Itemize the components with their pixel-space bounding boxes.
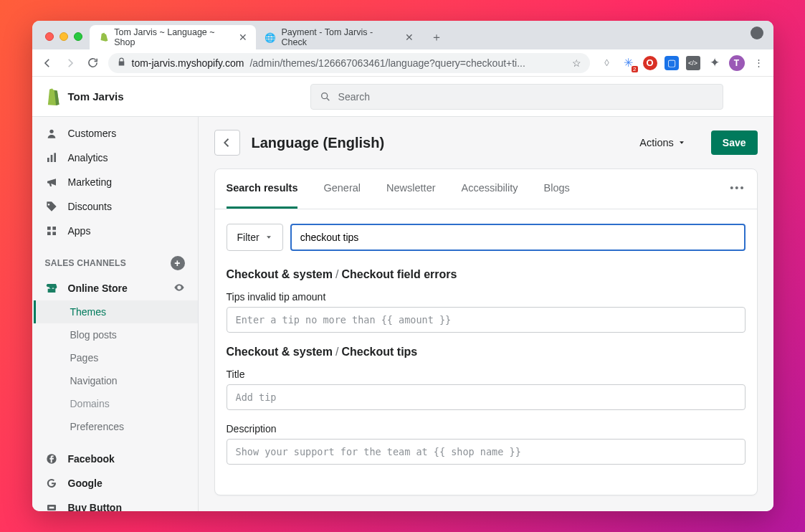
field-input[interactable] — [227, 384, 746, 410]
sidebar-item-google[interactable]: Google — [32, 471, 198, 495]
sidebar-sub-preferences[interactable]: Preferences — [36, 415, 198, 438]
profile-avatar[interactable]: T — [729, 55, 745, 71]
shopify-body: Customers Analytics Marketing Discounts … — [32, 117, 773, 511]
tab-overflow[interactable]: ••• — [730, 169, 745, 209]
star-icon[interactable]: ☆ — [572, 57, 581, 69]
sidebar-item-apps[interactable]: Apps — [32, 219, 198, 243]
sidebar-label: Analytics — [68, 152, 108, 163]
sidebar-label: Discounts — [68, 201, 112, 212]
filter-button[interactable]: Filter — [227, 224, 283, 251]
sidebar-label: Facebook — [68, 453, 115, 465]
close-tab-icon[interactable]: ✕ — [239, 32, 247, 43]
svg-point-1 — [49, 130, 53, 133]
svg-rect-2 — [47, 158, 49, 162]
back-button[interactable] — [214, 130, 240, 156]
sidebar-label: Marketing — [68, 176, 112, 188]
field-title: Title — [227, 369, 746, 410]
browser-tab-active[interactable]: Tom Jarvis ~ Language ~ Shop ✕ — [90, 25, 256, 49]
tab-accessibility[interactable]: Accessibility — [462, 169, 518, 209]
field-input[interactable] — [227, 439, 746, 465]
svg-rect-5 — [47, 227, 51, 230]
main-content: Language (English) Actions Save Search r… — [199, 117, 773, 511]
reload-button[interactable] — [85, 55, 101, 71]
kebab-menu-icon[interactable]: ⋮ — [752, 56, 766, 70]
close-tab-icon[interactable]: ✕ — [405, 32, 414, 43]
extension-icon[interactable]: ◊ — [600, 56, 614, 70]
tab-blogs[interactable]: Blogs — [544, 169, 570, 209]
shopify-admin: Tom Jarvis Search Customers Analytics Ma… — [32, 77, 773, 511]
add-channel-button[interactable]: + — [171, 256, 185, 270]
sidebar-label: Apps — [68, 225, 91, 237]
extension-icon[interactable]: ✳2 — [621, 56, 636, 70]
grid-icon — [45, 225, 58, 237]
actions-dropdown[interactable]: Actions — [635, 131, 690, 154]
shopify-favicon-icon — [98, 32, 109, 43]
sidebar-sub-navigation[interactable]: Navigation — [36, 369, 198, 392]
browser-tab[interactable]: 🌐 Payment - Tom Jarvis - Check ✕ — [256, 25, 422, 49]
facebook-icon — [45, 453, 58, 465]
page-header: Language (English) Actions Save — [214, 130, 758, 156]
svg-rect-8 — [52, 232, 56, 235]
global-search[interactable]: Search — [310, 84, 723, 110]
sidebar-label: Online Store — [68, 282, 128, 294]
field-input[interactable] — [227, 307, 746, 333]
eye-icon[interactable] — [173, 282, 185, 295]
shopify-topbar: Tom Jarvis Search — [32, 77, 773, 117]
sidebar-sub-themes[interactable]: Themes — [34, 300, 198, 323]
save-button[interactable]: Save — [711, 130, 758, 155]
sidebar-item-online-store[interactable]: Online Store — [32, 276, 198, 300]
buy-button-icon — [45, 502, 58, 511]
sidebar-sub-blog-posts[interactable]: Blog posts — [36, 323, 198, 346]
svg-rect-4 — [54, 153, 56, 162]
url-domain: tom-jarvis.myshopify.com — [132, 57, 244, 69]
sidebar-item-facebook[interactable]: Facebook — [32, 447, 198, 471]
store-name: Tom Jarvis — [68, 90, 124, 103]
sidebar-item-customers[interactable]: Customers — [32, 121, 198, 146]
tab-newsletter[interactable]: Newsletter — [386, 169, 436, 209]
sidebar: Customers Analytics Marketing Discounts … — [32, 117, 199, 511]
sidebar-sub-pages[interactable]: Pages — [36, 346, 198, 369]
svg-point-0 — [321, 92, 327, 98]
sidebar-item-buy-button[interactable]: Buy Button — [32, 495, 198, 511]
caret-down-icon — [265, 234, 272, 241]
new-tab-button[interactable]: ＋ — [427, 27, 447, 47]
extension-row: ◊ ✳2 O ▢ </> ✦ T ⋮ — [600, 55, 766, 71]
store-icon — [45, 282, 58, 294]
account-icon[interactable] — [751, 27, 763, 39]
bars-icon — [45, 152, 58, 163]
close-window[interactable] — [45, 32, 54, 41]
extension-icon[interactable]: O — [643, 56, 657, 70]
sidebar-label: Buy Button — [68, 502, 122, 511]
tab-search-results[interactable]: Search results — [227, 169, 298, 209]
extension-icon[interactable]: ▢ — [665, 56, 679, 70]
search-icon — [320, 91, 331, 103]
tab-general[interactable]: General — [323, 169, 361, 209]
address-bar: tom-jarvis.myshopify.com/admin/themes/12… — [32, 49, 773, 77]
tag-icon — [45, 201, 58, 212]
svg-rect-11 — [49, 507, 54, 509]
caret-down-icon — [678, 139, 685, 146]
store-switcher[interactable]: Tom Jarvis — [44, 88, 124, 105]
sidebar-item-marketing[interactable]: Marketing — [32, 170, 198, 194]
extension-icon[interactable]: </> — [686, 56, 700, 70]
tab-title: Payment - Tom Jarvis - Check — [282, 27, 395, 47]
extensions-puzzle-icon[interactable]: ✦ — [708, 56, 722, 70]
minimize-window[interactable] — [59, 32, 68, 41]
language-search-input[interactable] — [290, 224, 746, 251]
search-placeholder: Search — [338, 91, 370, 103]
tab-overflow — [740, 27, 773, 49]
sidebar-item-analytics[interactable]: Analytics — [32, 146, 198, 170]
section-heading: Checkout & system/Checkout tips — [227, 346, 746, 358]
sidebar-label: Google — [68, 478, 103, 489]
forward-button[interactable] — [62, 55, 78, 71]
window-controls — [41, 32, 90, 49]
sidebar-sub-domains[interactable]: Domains — [36, 392, 198, 415]
google-icon — [45, 478, 58, 489]
person-icon — [45, 128, 58, 139]
field-label: Title — [227, 369, 746, 380]
back-button[interactable] — [39, 55, 55, 71]
url-field[interactable]: tom-jarvis.myshopify.com/admin/themes/12… — [108, 53, 590, 73]
maximize-window[interactable] — [74, 32, 82, 41]
sidebar-item-discounts[interactable]: Discounts — [32, 194, 198, 219]
field-label: Tips invalid tip amount — [227, 291, 746, 303]
